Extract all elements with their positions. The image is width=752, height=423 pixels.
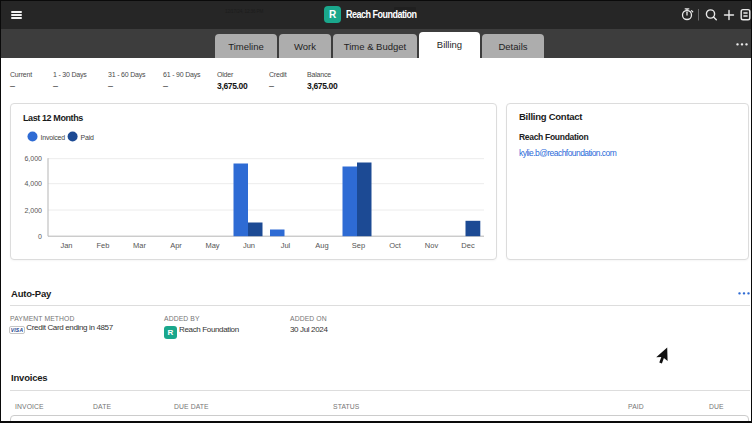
svg-text:6,000: 6,000 xyxy=(24,155,42,162)
svg-text:Mar: Mar xyxy=(133,241,146,250)
svg-text:Aug: Aug xyxy=(315,241,328,250)
svg-text:May: May xyxy=(205,241,219,250)
svg-text:Dec: Dec xyxy=(461,241,475,250)
svg-text:Nov: Nov xyxy=(425,241,439,250)
svg-text:4,000: 4,000 xyxy=(24,180,42,187)
svg-text:Apr: Apr xyxy=(170,241,182,250)
svg-text:Jan: Jan xyxy=(60,241,72,250)
svg-text:Jul: Jul xyxy=(281,241,291,250)
svg-text:0: 0 xyxy=(38,233,42,240)
svg-text:Invoiced: Invoiced xyxy=(41,134,66,141)
svg-text:Paid: Paid xyxy=(81,134,95,141)
svg-text:Sep: Sep xyxy=(352,241,365,250)
svg-text:2,000: 2,000 xyxy=(24,207,42,214)
svg-text:Oct: Oct xyxy=(389,241,402,250)
svg-text:Jun: Jun xyxy=(243,241,255,250)
svg-text:Feb: Feb xyxy=(97,241,110,250)
